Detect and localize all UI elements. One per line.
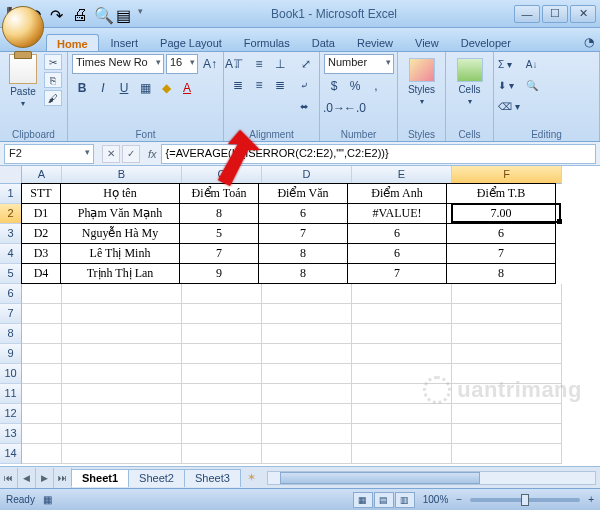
currency-icon[interactable]: $	[324, 76, 344, 96]
cell-A11[interactable]	[22, 384, 62, 404]
cell-D14[interactable]	[262, 444, 352, 464]
find-select-button[interactable]: 🔍	[526, 75, 538, 95]
cell-D13[interactable]	[262, 424, 352, 444]
align-middle-icon[interactable]: ≡	[249, 54, 269, 74]
close-button[interactable]: ✕	[570, 5, 596, 23]
macro-record-icon[interactable]: ▦	[43, 494, 52, 505]
row-header-5[interactable]: 5	[0, 264, 22, 284]
cell-E8[interactable]	[352, 324, 452, 344]
cell-C8[interactable]	[182, 324, 262, 344]
name-box[interactable]: F2	[4, 144, 94, 164]
row-header-10[interactable]: 10	[0, 364, 22, 384]
cell-E3[interactable]: 6	[347, 223, 447, 244]
cut-icon[interactable]: ✂	[44, 54, 62, 70]
row-header-6[interactable]: 6	[0, 284, 22, 304]
styles-button[interactable]: Styles▾	[402, 54, 441, 106]
wrap-text-button[interactable]: ⤶	[296, 75, 316, 95]
row-header-8[interactable]: 8	[0, 324, 22, 344]
enter-formula-icon[interactable]: ✓	[122, 145, 140, 163]
cell-F8[interactable]	[452, 324, 562, 344]
cell-F13[interactable]	[452, 424, 562, 444]
cell-D7[interactable]	[262, 304, 352, 324]
maximize-button[interactable]: ☐	[542, 5, 568, 23]
row-header-13[interactable]: 13	[0, 424, 22, 444]
cell-F12[interactable]	[452, 404, 562, 424]
tab-page-layout[interactable]: Page Layout	[150, 34, 232, 51]
cell-D1[interactable]: Điểm Văn	[258, 183, 348, 204]
row-header-12[interactable]: 12	[0, 404, 22, 424]
cell-A8[interactable]	[22, 324, 62, 344]
column-header-E[interactable]: E	[352, 166, 452, 184]
cell-D11[interactable]	[262, 384, 352, 404]
cell-E5[interactable]: 7	[347, 263, 447, 284]
cell-F7[interactable]	[452, 304, 562, 324]
autosum-button[interactable]: Σ ▾	[498, 54, 520, 74]
cell-E1[interactable]: Điểm Anh	[347, 183, 447, 204]
cell-A4[interactable]: D3	[21, 243, 61, 264]
redo-icon[interactable]: ↷	[50, 6, 66, 22]
font-name-combo[interactable]: Times New Ro	[72, 54, 164, 74]
cell-C12[interactable]	[182, 404, 262, 424]
fill-button[interactable]: ⬇ ▾	[498, 75, 520, 95]
number-format-combo[interactable]: Number	[324, 54, 394, 74]
clear-button[interactable]: ⌫ ▾	[498, 96, 520, 116]
cell-E7[interactable]	[352, 304, 452, 324]
format-painter-icon[interactable]: 🖌	[44, 90, 62, 106]
cell-A12[interactable]	[22, 404, 62, 424]
cells-button[interactable]: Cells▾	[450, 54, 489, 106]
column-header-A[interactable]: A	[22, 166, 62, 184]
cell-B5[interactable]: Trịnh Thị Lan	[60, 263, 180, 284]
align-top-icon[interactable]: ⊤	[228, 54, 248, 74]
cell-F14[interactable]	[452, 444, 562, 464]
cell-C6[interactable]	[182, 284, 262, 304]
cell-A5[interactable]: D4	[21, 263, 61, 284]
cell-C11[interactable]	[182, 384, 262, 404]
cell-D6[interactable]	[262, 284, 352, 304]
italic-button[interactable]: I	[93, 78, 113, 98]
cell-D12[interactable]	[262, 404, 352, 424]
font-size-combo[interactable]: 16	[166, 54, 198, 74]
increase-decimal-icon[interactable]: .0→	[324, 98, 344, 118]
column-header-F[interactable]: F	[452, 166, 562, 184]
cell-C14[interactable]	[182, 444, 262, 464]
cell-E12[interactable]	[352, 404, 452, 424]
cell-D5[interactable]: 8	[258, 263, 348, 284]
paste-button[interactable]: Paste ▾	[4, 54, 42, 108]
cell-B13[interactable]	[62, 424, 182, 444]
row-header-11[interactable]: 11	[0, 384, 22, 404]
cell-A2[interactable]: D1	[21, 203, 61, 224]
cell-C3[interactable]: 5	[179, 223, 259, 244]
cell-D8[interactable]	[262, 324, 352, 344]
cell-B4[interactable]: Lê Thị Minh	[60, 243, 180, 264]
cell-A3[interactable]: D2	[21, 223, 61, 244]
page-layout-view-icon[interactable]: ▤	[374, 492, 394, 508]
cell-F5[interactable]: 8	[446, 263, 556, 284]
zoom-slider[interactable]	[470, 498, 580, 502]
cell-D4[interactable]: 8	[258, 243, 348, 264]
cell-C10[interactable]	[182, 364, 262, 384]
normal-view-icon[interactable]: ▦	[353, 492, 373, 508]
cell-E9[interactable]	[352, 344, 452, 364]
comma-icon[interactable]: ,	[366, 76, 386, 96]
tab-home[interactable]: Home	[46, 34, 99, 51]
cell-C13[interactable]	[182, 424, 262, 444]
cell-E4[interactable]: 6	[347, 243, 447, 264]
cell-B9[interactable]	[62, 344, 182, 364]
zoom-slider-thumb[interactable]	[521, 494, 529, 506]
sheet-nav-prev-icon[interactable]: ◀	[18, 468, 36, 488]
row-header-7[interactable]: 7	[0, 304, 22, 324]
font-color-button[interactable]: A	[177, 78, 197, 98]
cell-B3[interactable]: Nguyễn Hà My	[60, 223, 180, 244]
zoom-in-button[interactable]: +	[588, 494, 594, 505]
minimize-button[interactable]: —	[514, 5, 540, 23]
row-header-4[interactable]: 4	[0, 244, 22, 264]
sheet-tab-sheet2[interactable]: Sheet2	[128, 469, 185, 487]
cell-A9[interactable]	[22, 344, 62, 364]
cell-E6[interactable]	[352, 284, 452, 304]
cell-D9[interactable]	[262, 344, 352, 364]
cell-A14[interactable]	[22, 444, 62, 464]
merge-center-button[interactable]: ⬌	[296, 96, 316, 116]
cell-B14[interactable]	[62, 444, 182, 464]
sort-filter-button[interactable]: A↓	[526, 54, 538, 74]
cell-F4[interactable]: 7	[446, 243, 556, 264]
